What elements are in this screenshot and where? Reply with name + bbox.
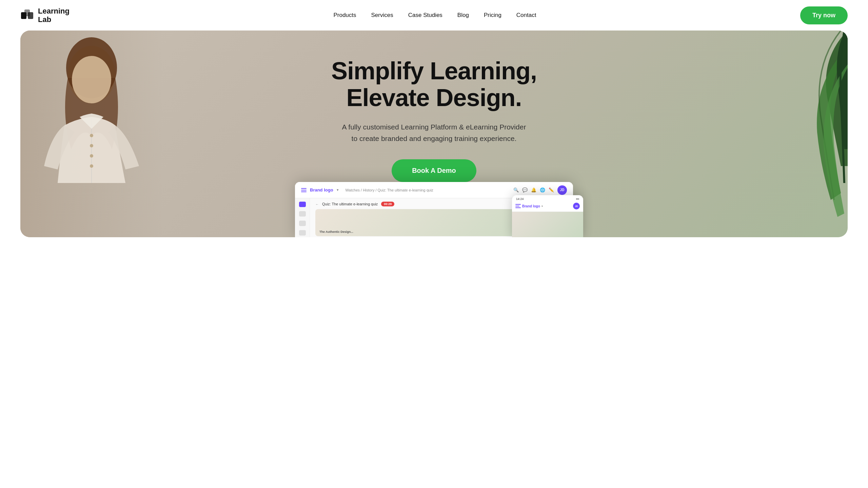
app-quiz-title: Quiz: The ultimate e-learning quiz <box>322 202 378 206</box>
app-topbar-left: Brand logo ▾ <box>301 187 339 192</box>
mobile-brand-area: Brand logo ▾ <box>515 204 543 208</box>
hero-plant-decoration <box>753 30 848 237</box>
back-button: ← <box>315 202 319 206</box>
nav-case-studies[interactable]: Case Studies <box>408 12 442 18</box>
mobile-brand-logo-text: Brand logo <box>522 204 540 208</box>
globe-icon: 🌐 <box>540 187 545 192</box>
nav-contact[interactable]: Contact <box>516 12 536 18</box>
mobile-hamburger-icon <box>515 204 521 208</box>
mobile-dropdown-icon: ▾ <box>541 205 543 208</box>
sidebar-home-icon <box>299 202 306 207</box>
svg-point-9 <box>90 154 93 158</box>
bell-icon: 🔔 <box>531 187 536 192</box>
mobile-user-avatar: JD <box>573 203 580 209</box>
mobile-time: 14:24 <box>516 197 524 201</box>
sidebar-star-icon <box>299 230 306 236</box>
mobile-window: 14:24 ▪▪▪ Brand logo ▾ JD <box>512 195 583 237</box>
site-logo[interactable]: Learning Lab <box>20 7 70 24</box>
app-breadcrumb: Watches / History / Quiz: The ultimate e… <box>346 188 513 192</box>
book-demo-button[interactable]: Book A Demo <box>392 159 476 182</box>
chat-icon: 💬 <box>522 187 528 192</box>
hamburger-icon <box>301 188 307 192</box>
svg-rect-2 <box>28 12 33 19</box>
main-navigation: Learning Lab Products Services Case Stud… <box>0 0 868 30</box>
app-ui-preview: Brand logo ▾ Watches / History / Quiz: T… <box>295 182 573 237</box>
nav-services[interactable]: Services <box>371 12 393 18</box>
app-topbar-icons: 🔍 💬 🔔 🌐 ✏️ JD <box>513 185 567 195</box>
logo-icon <box>20 8 35 22</box>
person-silhouette-icon <box>20 30 163 237</box>
sidebar-arrow-icon <box>299 221 306 226</box>
search-icon: 🔍 <box>513 187 519 192</box>
app-content-label: The Authentic Design... <box>319 230 353 233</box>
try-now-button[interactable]: Try now <box>800 6 848 24</box>
edit-icon: ✏️ <box>549 187 554 192</box>
mobile-content-area <box>512 212 583 237</box>
svg-point-7 <box>90 134 93 137</box>
app-timer-badge: 00:29 <box>381 202 394 206</box>
app-brand-logo-text: Brand logo <box>310 187 333 192</box>
hero-section: Simplify Learning, Elevate Design. A ful… <box>20 30 848 237</box>
app-brand-dropdown-icon: ▾ <box>337 188 339 192</box>
svg-point-8 <box>90 144 93 147</box>
sidebar-grid-icon <box>299 211 306 217</box>
user-avatar: JD <box>557 185 567 195</box>
mobile-topbar: Brand logo ▾ JD <box>512 201 583 212</box>
mobile-signal-icons: ▪▪▪ <box>576 197 579 201</box>
logo-text: Learning Lab <box>38 7 70 24</box>
svg-point-5 <box>72 56 111 103</box>
mobile-preview: 14:24 ▪▪▪ Brand logo ▾ JD <box>512 195 583 237</box>
app-sidebar <box>295 198 310 237</box>
nav-blog[interactable]: Blog <box>457 12 469 18</box>
nav-pricing[interactable]: Pricing <box>484 12 501 18</box>
hero-title: Simplify Learning, Elevate Design. <box>322 58 546 111</box>
hero-subtitle: A fully customised Learning Platform & e… <box>339 121 529 144</box>
hero-person-decoration <box>20 30 163 237</box>
nav-menu: Products Services Case Studies Blog Pric… <box>333 12 536 19</box>
mobile-statusbar: 14:24 ▪▪▪ <box>512 195 583 201</box>
plant-icon <box>753 30 848 237</box>
svg-point-10 <box>90 164 93 168</box>
nav-products[interactable]: Products <box>333 12 356 18</box>
